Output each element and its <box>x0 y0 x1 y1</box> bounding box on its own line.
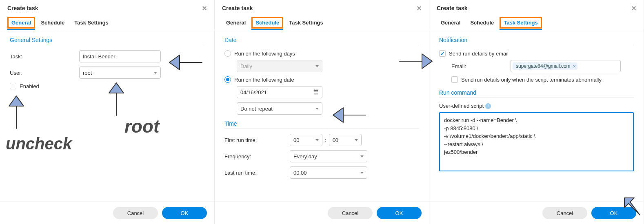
only-abnormal-checkbox[interactable] <box>451 76 458 83</box>
first-run-label: First run time: <box>224 137 290 143</box>
hour-value: 00 <box>293 137 299 143</box>
radio-run-date[interactable] <box>224 76 231 83</box>
frequency-select[interactable]: Every day <box>290 150 367 162</box>
section-general-settings: General Settings <box>10 37 204 45</box>
footer: Cancel OK <box>429 202 644 224</box>
content: Notification Send run details by email E… <box>429 30 644 202</box>
section-time: Time <box>224 120 419 129</box>
enabled-label: Enabled <box>20 83 39 89</box>
hour-select[interactable]: 00 <box>290 134 322 146</box>
create-task-panel-task-settings: Create task × General Schedule Task Sett… <box>429 0 644 224</box>
only-abnormal-label: Send run details only when the script te… <box>461 77 602 83</box>
titlebar: Create task × <box>0 0 214 16</box>
chevron-down-icon <box>360 155 364 157</box>
tab-label: Schedule <box>255 20 279 26</box>
date-value: 04/16/2021 <box>240 89 267 95</box>
window-title: Create task <box>7 5 38 11</box>
days-select: Daily <box>237 60 322 72</box>
create-task-panel-schedule: Create task × General Schedule Task Sett… <box>215 0 429 224</box>
send-email-checkbox[interactable] <box>439 50 446 57</box>
info-icon[interactable]: i <box>485 103 491 109</box>
user-select-value: root <box>83 70 92 76</box>
create-task-panel-general: Create task × General Schedule Task Sett… <box>0 0 215 224</box>
chevron-down-icon <box>355 139 358 141</box>
tabstrip: General Schedule Task Settings <box>429 16 644 30</box>
section-run-command: Run command <box>439 89 634 98</box>
minute-value: 00 <box>333 137 338 143</box>
tab-label: General <box>441 20 460 26</box>
close-icon[interactable]: × <box>417 4 422 12</box>
tabstrip: General Schedule Task Settings <box>0 16 214 30</box>
task-label: Task: <box>10 53 79 60</box>
tab-task-settings[interactable]: Task Settings <box>70 16 113 30</box>
tab-label: Schedule <box>41 20 64 26</box>
ok-button[interactable]: OK <box>162 207 207 219</box>
chevron-down-icon <box>360 172 364 174</box>
email-chip: supergate84@gmail.com × <box>513 62 577 70</box>
script-textarea[interactable]: docker run -d --name=Bender \ -p 8845:80… <box>439 112 634 171</box>
content: General Settings Task: User: root Enable… <box>0 30 214 202</box>
chevron-down-icon <box>315 65 319 67</box>
ok-button[interactable]: OK <box>591 207 636 219</box>
cancel-button[interactable]: Cancel <box>542 207 587 219</box>
tab-label: Schedule <box>470 20 494 26</box>
tab-label: General <box>11 20 31 26</box>
tab-general[interactable]: General <box>222 16 250 30</box>
section-notification: Notification <box>439 37 634 45</box>
section-date: Date <box>224 37 419 45</box>
chevron-down-icon <box>315 108 319 110</box>
time-colon: : <box>325 137 326 143</box>
script-label: User-defined script <box>439 103 484 109</box>
tab-task-settings[interactable]: Task Settings <box>285 16 327 30</box>
tab-general[interactable]: General <box>7 16 35 30</box>
last-run-select[interactable]: 00:00 <box>290 166 367 179</box>
radio-run-days[interactable] <box>224 50 231 57</box>
footer: Cancel OK <box>215 202 429 224</box>
calendar-icon <box>313 89 319 95</box>
content: Date Run on the following days Daily Run… <box>215 30 429 202</box>
chip-remove-icon[interactable]: × <box>573 64 576 69</box>
tab-label: General <box>226 20 246 26</box>
window-title: Create task <box>222 5 253 11</box>
repeat-select[interactable]: Do not repeat <box>237 102 322 115</box>
email-input[interactable]: supergate84@gmail.com × <box>511 60 621 72</box>
tab-schedule[interactable]: Schedule <box>251 16 283 30</box>
close-icon[interactable]: × <box>631 4 636 12</box>
tab-label: Task Settings <box>74 20 109 26</box>
close-icon[interactable]: × <box>202 4 207 12</box>
email-chip-text: supergate84@gmail.com <box>516 63 571 69</box>
user-label: User: <box>10 70 79 76</box>
script-textarea-wrapper: docker run -d --name=Bender \ -p 8845:80… <box>439 112 634 171</box>
tabstrip: General Schedule Task Settings <box>215 16 429 30</box>
email-label: Email: <box>451 63 511 69</box>
task-input[interactable] <box>79 50 161 62</box>
user-select[interactable]: root <box>79 67 161 79</box>
footer: Cancel OK <box>0 202 214 224</box>
ok-button[interactable]: OK <box>377 207 422 219</box>
chevron-down-icon <box>315 139 319 141</box>
window-title: Create task <box>437 5 468 11</box>
titlebar: Create task × <box>215 0 429 16</box>
titlebar: Create task × <box>429 0 644 16</box>
days-select-value: Daily <box>240 63 252 69</box>
cancel-button[interactable]: Cancel <box>328 207 373 219</box>
tab-label: Task Settings <box>289 20 323 26</box>
last-run-label: Last run time: <box>224 170 290 176</box>
last-run-value: 00:00 <box>293 170 307 176</box>
repeat-select-value: Do not repeat <box>240 106 273 112</box>
send-email-label: Send run details by email <box>449 51 509 57</box>
cancel-button[interactable]: Cancel <box>113 207 158 219</box>
chevron-down-icon <box>154 72 157 74</box>
tab-general[interactable]: General <box>437 16 464 30</box>
radio-run-days-label: Run on the following days <box>234 51 295 57</box>
tab-schedule[interactable]: Schedule <box>37 16 69 30</box>
tab-label: Task Settings <box>504 20 538 26</box>
enabled-checkbox[interactable] <box>10 83 16 89</box>
date-input[interactable]: 04/16/2021 <box>237 86 322 98</box>
tab-schedule[interactable]: Schedule <box>466 16 498 30</box>
tab-task-settings[interactable]: Task Settings <box>500 16 542 30</box>
frequency-value: Every day <box>293 153 317 160</box>
radio-run-date-label: Run on the following date <box>234 77 294 83</box>
frequency-label: Frequency: <box>224 153 290 160</box>
minute-select[interactable]: 00 <box>329 134 362 146</box>
